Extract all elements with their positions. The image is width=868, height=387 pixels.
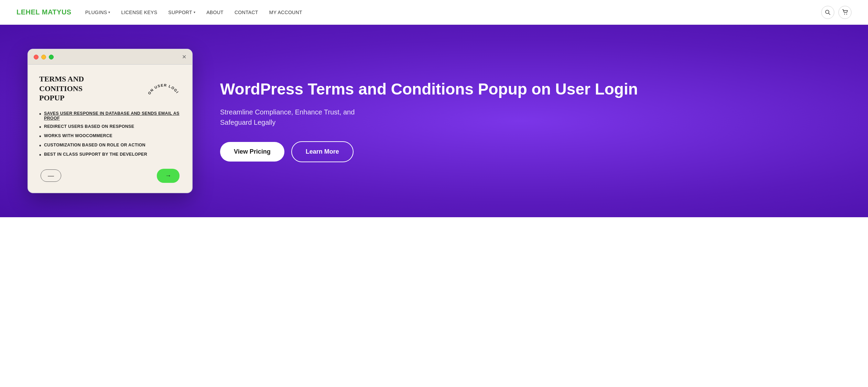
hero-section: ✕ TERMS AND CONITIONS POPUP ON USER LOGI… bbox=[0, 25, 868, 217]
close-icon[interactable]: ✕ bbox=[182, 54, 186, 60]
popup-mockup: ✕ TERMS AND CONITIONS POPUP ON USER LOGI… bbox=[28, 49, 193, 193]
popup-feature-item: •WORKS WITH WOOCOMMERCE bbox=[39, 133, 181, 139]
popup-title: TERMS AND CONITIONS POPUP bbox=[39, 74, 108, 103]
popup-feature-item: •SAVES USER RESPONSE IN DATABASE AND SEN… bbox=[39, 111, 181, 121]
search-icon bbox=[825, 10, 831, 15]
search-button[interactable] bbox=[821, 6, 834, 19]
cart-button[interactable] bbox=[838, 6, 851, 19]
feature-text: CUSTOMIZATION BASED ON ROLE OR ACTION bbox=[44, 143, 145, 147]
feature-text: WORKS WITH WOOCOMMERCE bbox=[44, 133, 112, 138]
nav-item-support[interactable]: SUPPORT▾ bbox=[168, 10, 195, 15]
dot-red bbox=[34, 55, 39, 59]
popup-feature-item: •BEST IN CLASS SUPPORT BY THE DEVELOPER bbox=[39, 152, 181, 158]
popup-minus-button[interactable]: — bbox=[41, 169, 61, 182]
svg-point-3 bbox=[846, 14, 847, 14]
popup-arrow-button[interactable]: → bbox=[157, 169, 180, 183]
popup-features-list: •SAVES USER RESPONSE IN DATABASE AND SEN… bbox=[39, 111, 181, 158]
chevron-down-icon: ▾ bbox=[108, 10, 110, 14]
hero-buttons: View Pricing Learn More bbox=[220, 141, 840, 162]
popup-footer: — → bbox=[39, 169, 181, 183]
nav-item-license-keys[interactable]: LICENSE KEYS bbox=[121, 10, 158, 15]
feature-text: REDIRECT USERS BASED ON RESPONSE bbox=[44, 124, 134, 129]
svg-line-1 bbox=[829, 13, 830, 14]
bullet-icon: • bbox=[39, 124, 41, 130]
header-left: LEHEL MATYUS PLUGINS▾LICENSE KEYSSUPPORT… bbox=[17, 8, 302, 16]
popup-titlebar: ✕ bbox=[28, 49, 192, 65]
site-title[interactable]: LEHEL MATYUS bbox=[17, 8, 72, 16]
popup-feature-item: •REDIRECT USERS BASED ON RESPONSE bbox=[39, 124, 181, 130]
svg-text:ON USER LOGIN: ON USER LOGIN bbox=[147, 74, 180, 95]
feature-text: BEST IN CLASS SUPPORT BY THE DEVELOPER bbox=[44, 152, 147, 157]
dot-green bbox=[49, 55, 54, 59]
header-right bbox=[821, 6, 851, 19]
hero-title: WordPress Terms and Conditions Popup on … bbox=[220, 80, 840, 99]
nav-item-about[interactable]: ABOUT bbox=[206, 10, 224, 15]
cart-icon bbox=[842, 9, 848, 15]
chevron-down-icon: ▾ bbox=[194, 10, 195, 14]
popup-header-area: TERMS AND CONITIONS POPUP ON USER LOGIN bbox=[39, 74, 181, 103]
popup-feature-item: •CUSTOMIZATION BASED ON ROLE OR ACTION bbox=[39, 143, 181, 148]
bullet-icon: • bbox=[39, 111, 41, 117]
window-dots bbox=[34, 55, 54, 59]
svg-point-2 bbox=[844, 14, 845, 14]
bullet-icon: • bbox=[39, 134, 41, 139]
hero-content: WordPress Terms and Conditions Popup on … bbox=[220, 80, 840, 162]
dot-yellow bbox=[41, 55, 46, 59]
view-pricing-button[interactable]: View Pricing bbox=[220, 142, 284, 162]
learn-more-button[interactable]: Learn More bbox=[291, 141, 354, 162]
bullet-icon: • bbox=[39, 152, 41, 158]
hero-subtitle: Streamline Compliance, Enhance Trust, an… bbox=[220, 107, 385, 128]
bullet-icon: • bbox=[39, 143, 41, 148]
main-nav: PLUGINS▾LICENSE KEYSSUPPORT▾ABOUTCONTACT… bbox=[85, 10, 302, 15]
site-header: LEHEL MATYUS PLUGINS▾LICENSE KEYSSUPPORT… bbox=[0, 0, 868, 25]
nav-item-my-account[interactable]: MY ACCOUNT bbox=[269, 10, 302, 15]
nav-item-contact[interactable]: CONTACT bbox=[235, 10, 258, 15]
feature-text: SAVES USER RESPONSE IN DATABASE AND SEND… bbox=[44, 111, 181, 121]
arc-text-svg: ON USER LOGIN bbox=[147, 74, 181, 98]
popup-body: TERMS AND CONITIONS POPUP ON USER LOGIN … bbox=[28, 65, 192, 192]
nav-item-plugins[interactable]: PLUGINS▾ bbox=[85, 10, 110, 15]
